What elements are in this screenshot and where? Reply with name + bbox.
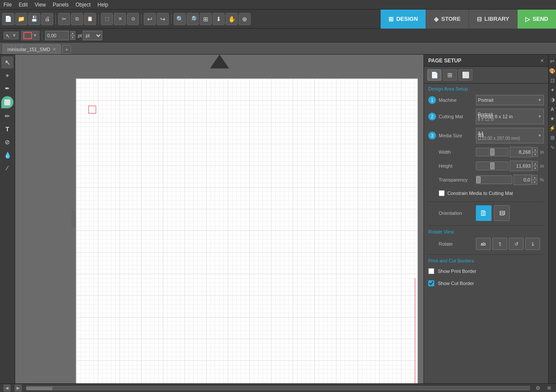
settings-icon[interactable]: ⚙ xyxy=(534,385,541,392)
transparency-down[interactable]: ▼ xyxy=(532,180,537,185)
nav-tab-store[interactable]: ◈ STORE xyxy=(426,10,469,29)
right-icon-fill[interactable]: ◑ xyxy=(549,96,556,103)
transparency-input[interactable] xyxy=(514,175,532,185)
x-spinners[interactable]: ▲ ▼ xyxy=(70,31,75,40)
rotate-180-button[interactable]: ↺ xyxy=(509,238,524,250)
copy-button[interactable]: ⧉ xyxy=(71,13,83,25)
file-tab[interactable]: minisolar_151_SMD × xyxy=(3,44,61,54)
rotate-0-button[interactable]: ab xyxy=(476,238,491,250)
new-button[interactable]: 📄 xyxy=(2,13,14,25)
select-tool[interactable]: ↖ xyxy=(1,56,13,68)
save-button[interactable]: 💾 xyxy=(28,13,40,25)
right-icon-grid2[interactable]: ⊞ xyxy=(549,134,556,141)
landscape-button[interactable]: 🗎 xyxy=(494,205,510,221)
machine-select[interactable]: Portrait Cameo 4 Curio xyxy=(476,95,544,105)
height-input[interactable] xyxy=(510,161,532,171)
undo-button[interactable]: ↩ xyxy=(144,13,156,25)
zoom-out-button[interactable]: 🔎 xyxy=(187,13,199,25)
print-button[interactable]: 🖨 xyxy=(41,13,53,25)
media-size-select-wrap: A4 Letter Custom ▼ A4 (210.00 x 297.00 m… xyxy=(476,128,544,143)
page-prev-button[interactable]: ◀ xyxy=(3,385,10,392)
media-size-select[interactable]: A4 Letter Custom xyxy=(476,128,544,143)
zoom-fit-button[interactable]: ⊞ xyxy=(200,13,212,25)
scroll-up-arrow[interactable] xyxy=(210,55,229,68)
show-cut-border-checkbox[interactable] xyxy=(428,280,434,286)
tab-close-button[interactable]: × xyxy=(53,46,56,52)
knife-tool[interactable]: ⁄ xyxy=(1,162,13,174)
add-tab-button[interactable]: + xyxy=(62,45,71,54)
nav-tab-library[interactable]: ⊟ LIBRARY xyxy=(469,10,517,29)
right-icon-effects[interactable]: ✦ xyxy=(549,87,556,94)
constrain-checkbox-label[interactable]: Constrain Media to Cutting Mat xyxy=(439,190,513,196)
tool-selector[interactable]: ↖ ▼ xyxy=(3,32,19,39)
show-print-border-label[interactable]: Show Print Border xyxy=(428,268,476,274)
width-slider[interactable] xyxy=(476,148,508,156)
shape-color-selector[interactable]: ▼ xyxy=(21,31,39,40)
pen-tool[interactable]: ✒ xyxy=(1,82,13,94)
open-button[interactable]: 📁 xyxy=(15,13,27,25)
node-tool[interactable]: ⌖ xyxy=(1,69,13,81)
zoom-in-button[interactable]: 🔍 xyxy=(174,13,186,25)
cutting-mat-select[interactable]: Portrait 8 x 12 in None xyxy=(476,109,544,124)
right-icon-magic[interactable]: ⚡ xyxy=(549,125,556,132)
eraser-tool[interactable]: ⊘ xyxy=(1,136,13,148)
resize-handle[interactable]: ⊞ xyxy=(546,385,553,392)
nav-tab-send[interactable]: ▷ SEND xyxy=(517,10,556,29)
height-up[interactable]: ▲ xyxy=(532,161,538,166)
transparency-up[interactable]: ▲ xyxy=(532,175,537,180)
redo-button[interactable]: ↪ xyxy=(157,13,169,25)
scroll-indicator-left[interactable] xyxy=(71,211,76,228)
text-tool[interactable]: T xyxy=(1,123,13,135)
canvas-shape-rect[interactable] xyxy=(88,106,96,113)
right-icon-wand[interactable]: ∿ xyxy=(549,144,556,151)
design-canvas xyxy=(76,78,418,383)
shape-tool[interactable]: ⬜ xyxy=(1,96,13,108)
width-down[interactable]: ▼ xyxy=(532,152,538,157)
move-down-button[interactable]: ⬇ xyxy=(213,13,225,25)
panel-tab-grid[interactable]: ⊞ xyxy=(443,69,457,81)
show-print-border-checkbox[interactable] xyxy=(428,268,434,274)
paste-button[interactable]: 📋 xyxy=(84,13,96,25)
menu-help[interactable]: Help xyxy=(97,2,108,8)
menu-panels[interactable]: Panels xyxy=(53,2,69,8)
cut-button[interactable]: ✂ xyxy=(58,13,70,25)
select-all-button[interactable]: ⬚ xyxy=(101,13,113,25)
lasso-button[interactable]: ⊙ xyxy=(127,13,139,25)
transparency-slider[interactable] xyxy=(476,175,512,184)
machine-label: Machine xyxy=(439,97,473,103)
menu-object[interactable]: Object xyxy=(76,2,91,8)
menu-edit[interactable]: Edit xyxy=(19,2,28,8)
page-next-button[interactable]: ▶ xyxy=(15,385,22,392)
width-up[interactable]: ▲ xyxy=(532,147,538,152)
show-cut-border-label[interactable]: Show Cut Border xyxy=(428,280,474,286)
status-scrollbar[interactable] xyxy=(26,386,530,390)
constrain-checkbox[interactable] xyxy=(439,190,445,196)
rotate-90-button[interactable]: ↩ xyxy=(492,238,507,250)
pencil-tool[interactable]: ✏ xyxy=(1,110,13,122)
portrait-button[interactable]: 🗎 xyxy=(476,205,491,221)
height-unit: in xyxy=(540,163,544,168)
x-coordinate-input[interactable] xyxy=(45,31,69,40)
nav-tab-design[interactable]: ⊞ DESIGN xyxy=(381,10,426,29)
right-icon-color[interactable]: 🎨 xyxy=(549,68,556,75)
menu-view[interactable]: View xyxy=(35,2,46,8)
width-input[interactable] xyxy=(510,147,532,157)
right-icon-stars[interactable]: ★ xyxy=(549,115,556,122)
add-page-button[interactable]: ⊕ xyxy=(239,13,251,25)
right-icon-align[interactable]: ⊡ xyxy=(549,77,556,84)
eyedropper-tool[interactable]: 💧 xyxy=(1,149,13,161)
panel-tab-bg[interactable]: ⬜ xyxy=(459,69,472,81)
panel-close-button[interactable]: × xyxy=(540,57,544,64)
height-down[interactable]: ▼ xyxy=(532,166,538,171)
panel-tab-page[interactable]: 📄 xyxy=(427,69,441,81)
panel-header: PAGE SETUP × xyxy=(424,55,548,67)
right-icon-px[interactable]: px xyxy=(549,56,556,65)
menu-file[interactable]: File xyxy=(3,2,12,8)
deselect-button[interactable]: ✕ xyxy=(114,13,126,25)
hand-tool-button[interactable]: ✋ xyxy=(226,13,238,25)
right-icon-font[interactable]: A xyxy=(549,106,556,113)
unit-selector[interactable]: pt in mm cm xyxy=(83,31,102,40)
rotate-270-button[interactable]: ↩ xyxy=(525,238,540,250)
height-slider[interactable] xyxy=(476,162,508,170)
cut-border-line xyxy=(415,278,415,383)
